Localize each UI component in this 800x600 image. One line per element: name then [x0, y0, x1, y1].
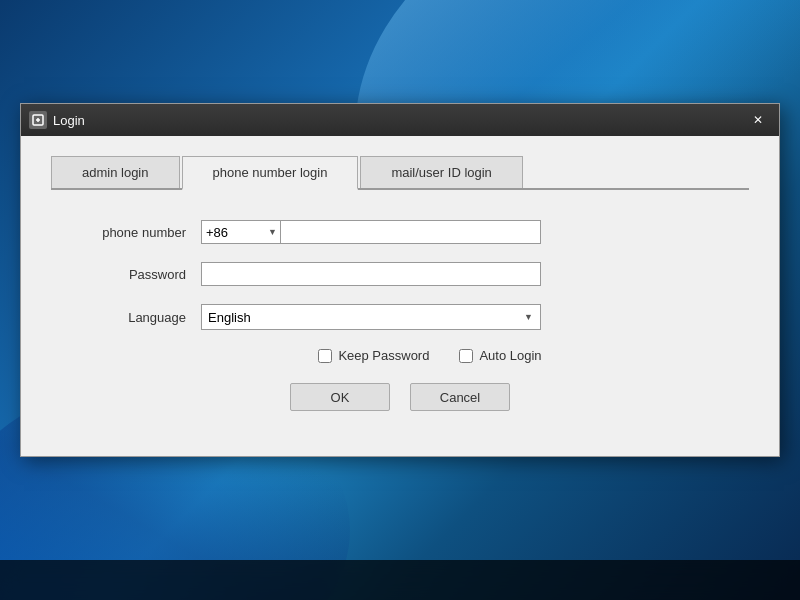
close-button[interactable]: ✕	[745, 110, 771, 130]
ok-button[interactable]: OK	[290, 383, 390, 411]
country-code-select[interactable]: +86 +1 +44 +81 +49	[201, 220, 281, 244]
dialog-content: admin login phone number login mail/user…	[21, 136, 779, 456]
dialog-title: Login	[53, 113, 745, 128]
phone-number-row: phone number +86 +1 +44 +81 +49	[71, 220, 729, 244]
language-label: Language	[71, 310, 201, 325]
keep-password-checkbox[interactable]	[318, 349, 332, 363]
checkbox-row: Keep Password Auto Login	[71, 348, 729, 363]
dialog-overlay: Login ✕ admin login phone number login m…	[0, 0, 800, 600]
cancel-button[interactable]: Cancel	[410, 383, 510, 411]
tab-phone-number-login[interactable]: phone number login	[182, 156, 359, 190]
title-bar-controls: ✕	[745, 110, 771, 130]
auto-login-checkbox[interactable]	[459, 349, 473, 363]
auto-login-label: Auto Login	[479, 348, 541, 363]
language-select[interactable]: English Chinese Japanese German French	[201, 304, 541, 330]
keep-password-item[interactable]: Keep Password	[318, 348, 429, 363]
password-label: Password	[71, 267, 201, 282]
phone-number-input[interactable]	[281, 220, 541, 244]
dialog-icon	[29, 111, 47, 129]
form-area: phone number +86 +1 +44 +81 +49	[51, 190, 749, 431]
keep-password-label: Keep Password	[338, 348, 429, 363]
password-control	[201, 262, 541, 286]
password-input[interactable]	[201, 262, 541, 286]
phone-number-label: phone number	[71, 225, 201, 240]
title-bar: Login ✕	[21, 104, 779, 136]
password-row: Password	[71, 262, 729, 286]
language-row: Language English Chinese Japanese German…	[71, 304, 729, 330]
language-control: English Chinese Japanese German French	[201, 304, 541, 330]
country-code-wrapper: +86 +1 +44 +81 +49	[201, 220, 281, 244]
login-dialog: Login ✕ admin login phone number login m…	[20, 103, 780, 457]
tab-bar: admin login phone number login mail/user…	[51, 156, 749, 190]
tab-mail-user-id-login[interactable]: mail/user ID login	[360, 156, 522, 188]
tab-admin-login[interactable]: admin login	[51, 156, 180, 188]
language-select-wrapper: English Chinese Japanese German French	[201, 304, 541, 330]
auto-login-item[interactable]: Auto Login	[459, 348, 541, 363]
buttons-row: OK Cancel	[71, 383, 729, 411]
phone-number-control: +86 +1 +44 +81 +49	[201, 220, 541, 244]
